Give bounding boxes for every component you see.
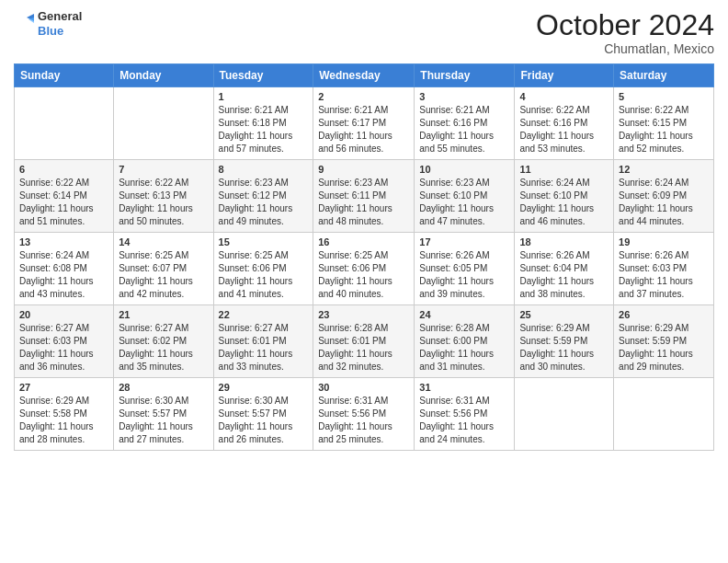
day-number: 16: [318, 236, 409, 247]
table-row: 15Sunrise: 6:25 AMSunset: 6:06 PMDayligh…: [213, 233, 313, 305]
logo-general: General: [38, 9, 82, 24]
day-number: 19: [619, 236, 709, 247]
sunrise-text: Sunrise: 6:21 AM: [219, 104, 309, 117]
daylight-text: Daylight: 11 hours and 38 minutes.: [519, 275, 609, 301]
day-number: 22: [219, 309, 309, 320]
sunrise-text: Sunrise: 6:22 AM: [119, 177, 208, 190]
day-info: Sunrise: 6:29 AMSunset: 5:59 PMDaylight:…: [519, 322, 609, 373]
col-sunday: Sunday: [15, 64, 114, 87]
calendar-table: Sunday Monday Tuesday Wednesday Thursday…: [14, 63, 714, 451]
col-wednesday: Wednesday: [313, 64, 415, 87]
day-info: Sunrise: 6:23 AMSunset: 6:12 PMDaylight:…: [219, 177, 309, 228]
day-number: 8: [219, 164, 309, 175]
sunset-text: Sunset: 6:01 PM: [219, 335, 309, 348]
day-number: 17: [419, 236, 509, 247]
day-number: 11: [519, 164, 609, 175]
header: General Blue October 2024 Chumatlan, Mex…: [14, 9, 714, 56]
table-row: 27Sunrise: 6:29 AMSunset: 5:58 PMDayligh…: [15, 378, 114, 451]
day-number: 28: [119, 382, 208, 393]
col-monday: Monday: [114, 64, 213, 87]
sunset-text: Sunset: 5:58 PM: [19, 408, 108, 420]
day-info: Sunrise: 6:31 AMSunset: 5:56 PMDaylight:…: [419, 395, 509, 446]
day-number: 26: [619, 309, 709, 320]
sunset-text: Sunset: 5:59 PM: [519, 335, 609, 348]
day-info: Sunrise: 6:26 AMSunset: 6:04 PMDaylight:…: [519, 249, 609, 301]
sunrise-text: Sunrise: 6:26 AM: [519, 249, 609, 262]
daylight-text: Daylight: 11 hours and 25 minutes.: [318, 420, 409, 446]
sunrise-text: Sunrise: 6:27 AM: [119, 322, 208, 335]
day-info: Sunrise: 6:25 AMSunset: 6:06 PMDaylight:…: [318, 249, 409, 301]
sunrise-text: Sunrise: 6:25 AM: [318, 249, 409, 262]
daylight-text: Daylight: 11 hours and 28 minutes.: [19, 420, 108, 446]
sunset-text: Sunset: 6:14 PM: [19, 190, 108, 202]
daylight-text: Daylight: 11 hours and 43 minutes.: [19, 275, 108, 301]
table-row: 25Sunrise: 6:29 AMSunset: 5:59 PMDayligh…: [515, 305, 614, 378]
sunrise-text: Sunrise: 6:28 AM: [419, 322, 509, 335]
day-number: 18: [519, 236, 609, 247]
calendar-week-row: 27Sunrise: 6:29 AMSunset: 5:58 PMDayligh…: [15, 378, 714, 451]
table-row: 4Sunrise: 6:22 AMSunset: 6:16 PMDaylight…: [515, 87, 614, 160]
day-info: Sunrise: 6:27 AMSunset: 6:03 PMDaylight:…: [19, 322, 108, 373]
table-row: 22Sunrise: 6:27 AMSunset: 6:01 PMDayligh…: [213, 305, 313, 378]
daylight-text: Daylight: 11 hours and 53 minutes.: [519, 130, 609, 155]
day-info: Sunrise: 6:21 AMSunset: 6:18 PMDaylight:…: [219, 104, 309, 155]
table-row: 9Sunrise: 6:23 AMSunset: 6:11 PMDaylight…: [313, 160, 415, 233]
day-number: 4: [519, 91, 609, 102]
day-info: Sunrise: 6:24 AMSunset: 6:09 PMDaylight:…: [619, 177, 709, 228]
sunrise-text: Sunrise: 6:29 AM: [19, 395, 108, 408]
day-info: Sunrise: 6:29 AMSunset: 5:59 PMDaylight:…: [619, 322, 709, 373]
daylight-text: Daylight: 11 hours and 26 minutes.: [219, 420, 309, 446]
day-info: Sunrise: 6:23 AMSunset: 6:11 PMDaylight:…: [318, 177, 409, 228]
day-number: 27: [19, 382, 108, 393]
day-info: Sunrise: 6:27 AMSunset: 6:02 PMDaylight:…: [119, 322, 208, 373]
daylight-text: Daylight: 11 hours and 29 minutes.: [619, 348, 709, 373]
day-number: 9: [318, 164, 409, 175]
logo: General Blue: [14, 9, 82, 38]
table-row: 24Sunrise: 6:28 AMSunset: 6:00 PMDayligh…: [415, 305, 515, 378]
day-number: 10: [419, 164, 509, 175]
table-row: 30Sunrise: 6:31 AMSunset: 5:56 PMDayligh…: [313, 378, 415, 451]
table-row: 16Sunrise: 6:25 AMSunset: 6:06 PMDayligh…: [313, 233, 415, 305]
sunset-text: Sunset: 6:04 PM: [519, 262, 609, 275]
table-row: 26Sunrise: 6:29 AMSunset: 5:59 PMDayligh…: [614, 305, 714, 378]
table-row: 3Sunrise: 6:21 AMSunset: 6:16 PMDaylight…: [415, 87, 515, 160]
day-info: Sunrise: 6:25 AMSunset: 6:07 PMDaylight:…: [119, 249, 208, 301]
table-row: 5Sunrise: 6:22 AMSunset: 6:15 PMDaylight…: [614, 87, 714, 160]
daylight-text: Daylight: 11 hours and 56 minutes.: [318, 130, 409, 155]
sunrise-text: Sunrise: 6:31 AM: [318, 395, 409, 408]
sunset-text: Sunset: 5:57 PM: [119, 408, 208, 420]
daylight-text: Daylight: 11 hours and 47 minutes.: [419, 202, 509, 228]
logo-blue: Blue: [38, 24, 82, 39]
table-row: 29Sunrise: 6:30 AMSunset: 5:57 PMDayligh…: [213, 378, 313, 451]
daylight-text: Daylight: 11 hours and 55 minutes.: [419, 130, 509, 155]
daylight-text: Daylight: 11 hours and 39 minutes.: [419, 275, 509, 301]
sunrise-text: Sunrise: 6:25 AM: [119, 249, 208, 262]
sunrise-text: Sunrise: 6:24 AM: [619, 177, 709, 190]
sunrise-text: Sunrise: 6:30 AM: [219, 395, 309, 408]
sunrise-text: Sunrise: 6:23 AM: [318, 177, 409, 190]
sunrise-text: Sunrise: 6:29 AM: [619, 322, 709, 335]
daylight-text: Daylight: 11 hours and 42 minutes.: [119, 275, 208, 301]
day-number: 20: [19, 309, 108, 320]
table-row: 10Sunrise: 6:23 AMSunset: 6:10 PMDayligh…: [415, 160, 515, 233]
table-row: [515, 378, 614, 451]
day-info: Sunrise: 6:22 AMSunset: 6:15 PMDaylight:…: [619, 104, 709, 155]
logo-bird-icon: [14, 14, 34, 34]
sunrise-text: Sunrise: 6:27 AM: [219, 322, 309, 335]
day-number: 5: [619, 91, 709, 102]
table-row: [114, 87, 213, 160]
day-info: Sunrise: 6:28 AMSunset: 6:00 PMDaylight:…: [419, 322, 509, 373]
location-subtitle: Chumatlan, Mexico: [536, 41, 714, 56]
calendar-week-row: 6Sunrise: 6:22 AMSunset: 6:14 PMDaylight…: [15, 160, 714, 233]
sunrise-text: Sunrise: 6:24 AM: [19, 249, 108, 262]
day-info: Sunrise: 6:27 AMSunset: 6:01 PMDaylight:…: [219, 322, 309, 373]
day-number: 29: [219, 382, 309, 393]
table-row: 6Sunrise: 6:22 AMSunset: 6:14 PMDaylight…: [15, 160, 114, 233]
sunset-text: Sunset: 6:05 PM: [419, 262, 509, 275]
daylight-text: Daylight: 11 hours and 33 minutes.: [219, 348, 309, 373]
daylight-text: Daylight: 11 hours and 41 minutes.: [219, 275, 309, 301]
header-row: Sunday Monday Tuesday Wednesday Thursday…: [15, 64, 714, 87]
daylight-text: Daylight: 11 hours and 57 minutes.: [219, 130, 309, 155]
day-info: Sunrise: 6:23 AMSunset: 6:10 PMDaylight:…: [419, 177, 509, 228]
daylight-text: Daylight: 11 hours and 52 minutes.: [619, 130, 709, 155]
